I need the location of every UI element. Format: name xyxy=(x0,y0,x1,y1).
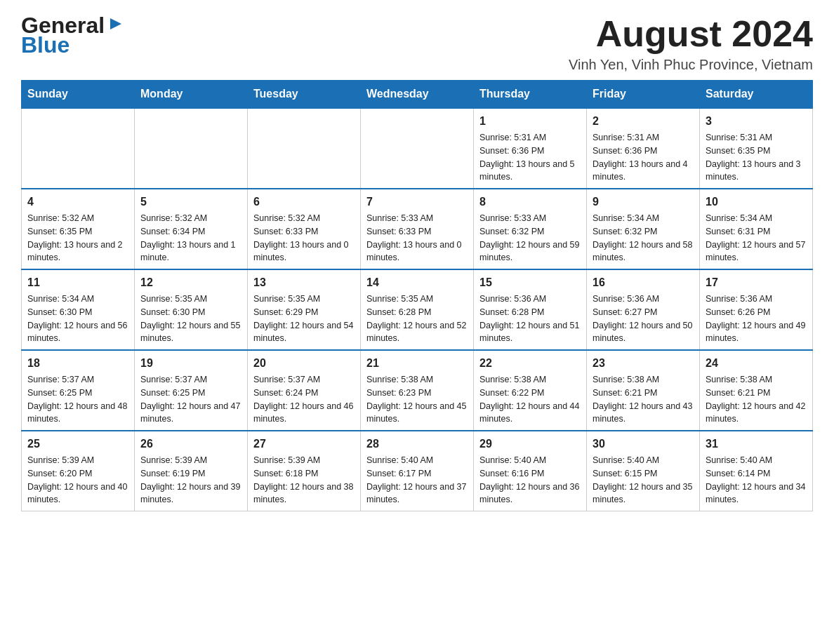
day-number: 20 xyxy=(253,355,355,372)
day-info: Sunrise: 5:39 AMSunset: 6:20 PMDaylight:… xyxy=(27,454,128,507)
day-number: 25 xyxy=(27,436,128,452)
day-info: Sunrise: 5:40 AMSunset: 6:15 PMDaylight:… xyxy=(593,454,694,507)
day-cell-21: 21Sunrise: 5:38 AMSunset: 6:23 PMDayligh… xyxy=(361,350,474,431)
empty-cell xyxy=(22,108,135,189)
day-number: 28 xyxy=(366,436,468,452)
day-info: Sunrise: 5:40 AMSunset: 6:14 PMDaylight:… xyxy=(706,454,807,507)
day-info: Sunrise: 5:32 AMSunset: 6:34 PMDaylight:… xyxy=(140,212,241,264)
day-number: 21 xyxy=(366,355,468,372)
day-info: Sunrise: 5:34 AMSunset: 6:32 PMDaylight:… xyxy=(593,212,694,264)
day-cell-8: 8Sunrise: 5:33 AMSunset: 6:32 PMDaylight… xyxy=(474,189,587,269)
logo-arrow-icon xyxy=(106,14,126,34)
calendar-table: SundayMondayTuesdayWednesdayThursdayFrid… xyxy=(21,80,813,511)
day-number: 27 xyxy=(253,436,355,452)
day-info: Sunrise: 5:36 AMSunset: 6:26 PMDaylight:… xyxy=(706,293,807,345)
day-info: Sunrise: 5:31 AMSunset: 6:35 PMDaylight:… xyxy=(706,131,807,184)
week-row-1: 1Sunrise: 5:31 AMSunset: 6:36 PMDaylight… xyxy=(22,108,813,189)
day-number: 23 xyxy=(593,355,694,372)
day-number: 15 xyxy=(479,274,581,291)
title-block: August 2024 Vinh Yen, Vinh Phuc Province… xyxy=(569,14,813,73)
subtitle: Vinh Yen, Vinh Phuc Province, Vietnam xyxy=(569,57,813,73)
day-number: 18 xyxy=(27,355,128,372)
day-number: 10 xyxy=(706,194,807,210)
empty-cell xyxy=(361,108,474,189)
day-info: Sunrise: 5:33 AMSunset: 6:32 PMDaylight:… xyxy=(479,212,581,264)
col-header-sunday: Sunday xyxy=(22,81,135,109)
main-title: August 2024 xyxy=(569,14,813,54)
day-number: 8 xyxy=(479,194,581,210)
col-header-tuesday: Tuesday xyxy=(248,81,361,109)
day-info: Sunrise: 5:38 AMSunset: 6:21 PMDaylight:… xyxy=(706,373,807,426)
day-info: Sunrise: 5:40 AMSunset: 6:16 PMDaylight:… xyxy=(479,454,581,507)
day-info: Sunrise: 5:38 AMSunset: 6:23 PMDaylight:… xyxy=(366,373,468,426)
day-info: Sunrise: 5:35 AMSunset: 6:30 PMDaylight:… xyxy=(140,293,241,345)
day-number: 30 xyxy=(593,436,694,452)
logo: General Blue xyxy=(21,14,126,58)
day-number: 17 xyxy=(706,274,807,291)
col-header-wednesday: Wednesday xyxy=(361,81,474,109)
col-header-saturday: Saturday xyxy=(700,81,813,109)
day-number: 31 xyxy=(706,436,807,452)
day-cell-26: 26Sunrise: 5:39 AMSunset: 6:19 PMDayligh… xyxy=(135,431,248,511)
week-row-4: 18Sunrise: 5:37 AMSunset: 6:25 PMDayligh… xyxy=(22,350,813,431)
day-cell-1: 1Sunrise: 5:31 AMSunset: 6:36 PMDaylight… xyxy=(474,108,587,189)
day-number: 11 xyxy=(27,274,128,291)
day-number: 14 xyxy=(366,274,468,291)
day-info: Sunrise: 5:32 AMSunset: 6:33 PMDaylight:… xyxy=(253,212,355,264)
day-info: Sunrise: 5:34 AMSunset: 6:30 PMDaylight:… xyxy=(27,293,128,345)
day-number: 13 xyxy=(253,274,355,291)
day-cell-16: 16Sunrise: 5:36 AMSunset: 6:27 PMDayligh… xyxy=(587,269,700,350)
day-number: 16 xyxy=(593,274,694,291)
day-cell-22: 22Sunrise: 5:38 AMSunset: 6:22 PMDayligh… xyxy=(474,350,587,431)
day-info: Sunrise: 5:35 AMSunset: 6:29 PMDaylight:… xyxy=(253,293,355,345)
day-info: Sunrise: 5:38 AMSunset: 6:21 PMDaylight:… xyxy=(593,373,694,426)
day-cell-2: 2Sunrise: 5:31 AMSunset: 6:36 PMDaylight… xyxy=(587,108,700,189)
day-number: 9 xyxy=(593,194,694,210)
day-cell-27: 27Sunrise: 5:39 AMSunset: 6:18 PMDayligh… xyxy=(248,431,361,511)
day-cell-28: 28Sunrise: 5:40 AMSunset: 6:17 PMDayligh… xyxy=(361,431,474,511)
day-number: 29 xyxy=(479,436,581,452)
logo-blue: Blue xyxy=(21,32,70,58)
day-cell-5: 5Sunrise: 5:32 AMSunset: 6:34 PMDaylight… xyxy=(135,189,248,269)
day-info: Sunrise: 5:39 AMSunset: 6:19 PMDaylight:… xyxy=(140,454,241,507)
svg-marker-0 xyxy=(110,18,121,29)
day-number: 12 xyxy=(140,274,241,291)
col-header-monday: Monday xyxy=(135,81,248,109)
col-header-friday: Friday xyxy=(587,81,700,109)
day-cell-7: 7Sunrise: 5:33 AMSunset: 6:33 PMDaylight… xyxy=(361,189,474,269)
day-number: 19 xyxy=(140,355,241,372)
empty-cell xyxy=(248,108,361,189)
day-number: 6 xyxy=(253,194,355,210)
day-cell-25: 25Sunrise: 5:39 AMSunset: 6:20 PMDayligh… xyxy=(22,431,135,511)
day-number: 5 xyxy=(140,194,241,210)
day-number: 3 xyxy=(706,113,807,130)
calendar-header-row: SundayMondayTuesdayWednesdayThursdayFrid… xyxy=(22,81,813,109)
week-row-5: 25Sunrise: 5:39 AMSunset: 6:20 PMDayligh… xyxy=(22,431,813,511)
day-info: Sunrise: 5:37 AMSunset: 6:25 PMDaylight:… xyxy=(140,373,241,426)
day-info: Sunrise: 5:37 AMSunset: 6:25 PMDaylight:… xyxy=(27,373,128,426)
day-cell-19: 19Sunrise: 5:37 AMSunset: 6:25 PMDayligh… xyxy=(135,350,248,431)
week-row-3: 11Sunrise: 5:34 AMSunset: 6:30 PMDayligh… xyxy=(22,269,813,350)
day-cell-9: 9Sunrise: 5:34 AMSunset: 6:32 PMDaylight… xyxy=(587,189,700,269)
week-row-2: 4Sunrise: 5:32 AMSunset: 6:35 PMDaylight… xyxy=(22,189,813,269)
day-cell-11: 11Sunrise: 5:34 AMSunset: 6:30 PMDayligh… xyxy=(22,269,135,350)
day-info: Sunrise: 5:35 AMSunset: 6:28 PMDaylight:… xyxy=(366,293,468,345)
day-number: 22 xyxy=(479,355,581,372)
day-cell-17: 17Sunrise: 5:36 AMSunset: 6:26 PMDayligh… xyxy=(700,269,813,350)
day-cell-10: 10Sunrise: 5:34 AMSunset: 6:31 PMDayligh… xyxy=(700,189,813,269)
day-cell-31: 31Sunrise: 5:40 AMSunset: 6:14 PMDayligh… xyxy=(700,431,813,511)
page-header: General Blue August 2024 Vinh Yen, Vinh … xyxy=(21,14,813,73)
day-number: 2 xyxy=(593,113,694,130)
col-header-thursday: Thursday xyxy=(474,81,587,109)
day-cell-13: 13Sunrise: 5:35 AMSunset: 6:29 PMDayligh… xyxy=(248,269,361,350)
day-info: Sunrise: 5:32 AMSunset: 6:35 PMDaylight:… xyxy=(27,212,128,264)
day-number: 1 xyxy=(479,113,581,130)
day-cell-6: 6Sunrise: 5:32 AMSunset: 6:33 PMDaylight… xyxy=(248,189,361,269)
day-info: Sunrise: 5:31 AMSunset: 6:36 PMDaylight:… xyxy=(479,131,581,184)
day-cell-14: 14Sunrise: 5:35 AMSunset: 6:28 PMDayligh… xyxy=(361,269,474,350)
day-info: Sunrise: 5:33 AMSunset: 6:33 PMDaylight:… xyxy=(366,212,468,264)
day-cell-30: 30Sunrise: 5:40 AMSunset: 6:15 PMDayligh… xyxy=(587,431,700,511)
day-cell-3: 3Sunrise: 5:31 AMSunset: 6:35 PMDaylight… xyxy=(700,108,813,189)
day-cell-15: 15Sunrise: 5:36 AMSunset: 6:28 PMDayligh… xyxy=(474,269,587,350)
day-cell-23: 23Sunrise: 5:38 AMSunset: 6:21 PMDayligh… xyxy=(587,350,700,431)
